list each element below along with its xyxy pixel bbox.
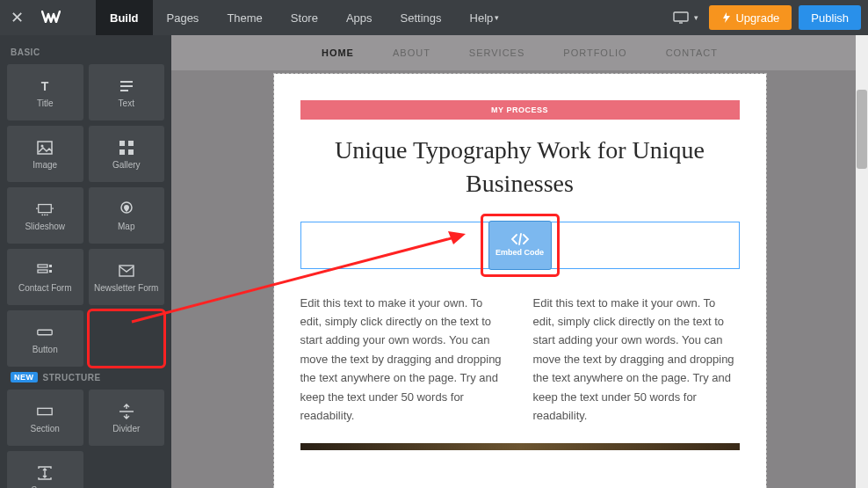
scrollbar-thumb[interactable]: [857, 90, 867, 169]
new-badge: NEW: [11, 372, 38, 382]
svg-point-16: [44, 214, 46, 215]
lightning-icon: [721, 12, 732, 23]
tile-newsletter-form[interactable]: Newsletter Form: [89, 249, 165, 305]
svg-rect-12: [39, 204, 52, 212]
process-pill[interactable]: MY PROCESS: [300, 100, 740, 120]
sidebar-section-basic: BASIC: [7, 42, 164, 64]
newsletter-icon: [118, 262, 135, 280]
tile-title[interactable]: T Title: [7, 64, 83, 120]
svg-rect-23: [119, 266, 134, 276]
topbar-tabs: Build Pages Theme Store Apps Settings He…: [96, 0, 513, 35]
upgrade-button[interactable]: Upgrade: [709, 5, 792, 30]
svg-rect-22: [49, 270, 52, 273]
tile-spacer[interactable]: Spacer: [7, 451, 83, 488]
svg-point-13: [36, 208, 38, 209]
device-preview-button[interactable]: ▾: [662, 11, 709, 24]
svg-point-15: [42, 214, 44, 215]
close-icon[interactable]: ✕: [11, 8, 24, 27]
tile-divider[interactable]: Divider: [89, 390, 165, 446]
tab-theme[interactable]: Theme: [213, 0, 276, 35]
text-icon: [118, 77, 135, 95]
tile-image[interactable]: Image: [7, 126, 83, 182]
svg-rect-25: [38, 408, 52, 414]
drop-zone[interactable]: Embed Code: [300, 222, 740, 269]
svg-rect-19: [38, 265, 47, 267]
tile-embed-code-source[interactable]: [89, 310, 165, 367]
svg-rect-9: [128, 141, 134, 146]
text-column-2[interactable]: Edit this text to make it your own. To e…: [533, 294, 740, 426]
tile-section[interactable]: Section: [7, 390, 83, 446]
topbar: ✕ Build Pages Theme Store Apps Settings …: [0, 0, 868, 35]
svg-rect-24: [38, 330, 52, 334]
map-icon: [118, 200, 135, 218]
tile-map[interactable]: Map: [89, 187, 165, 244]
tab-store[interactable]: Store: [277, 0, 332, 35]
site-nav: HOME ABOUT SERVICES PORTFOLIO CONTACT: [171, 35, 868, 70]
tile-text[interactable]: Text: [89, 64, 165, 120]
nav-home[interactable]: HOME: [322, 47, 354, 58]
tab-build[interactable]: Build: [96, 0, 153, 35]
publish-button[interactable]: Publish: [799, 5, 861, 30]
image-icon: [36, 139, 54, 157]
scrollbar-track[interactable]: [856, 35, 868, 488]
embed-code-tile[interactable]: Embed Code: [488, 221, 552, 270]
slideshow-icon: [36, 200, 54, 218]
tile-contact-form[interactable]: Contact Form: [7, 249, 83, 305]
sidebar-section-structure: NEW STRUCTURE: [7, 367, 164, 390]
code-icon: [510, 233, 530, 245]
canvas: HOME ABOUT SERVICES PORTFOLIO CONTACT MY…: [171, 35, 868, 488]
tab-settings[interactable]: Settings: [387, 0, 456, 35]
svg-point-14: [52, 208, 54, 209]
svg-rect-10: [119, 149, 125, 155]
tile-slideshow[interactable]: Slideshow: [7, 187, 83, 244]
title-icon: T: [36, 77, 54, 95]
tile-button[interactable]: Button: [7, 310, 83, 367]
nav-contact[interactable]: CONTACT: [666, 47, 718, 58]
nav-services[interactable]: SERVICES: [469, 47, 524, 58]
svg-rect-8: [119, 141, 125, 146]
button-icon: [36, 324, 54, 341]
chevron-down-icon: ▾: [495, 13, 499, 22]
svg-text:T: T: [41, 79, 49, 93]
svg-rect-6: [38, 142, 52, 154]
chevron-down-icon: ▾: [694, 13, 698, 22]
gallery-icon: [118, 139, 135, 157]
svg-point-17: [47, 214, 48, 215]
weebly-logo[interactable]: [41, 9, 61, 27]
svg-rect-20: [49, 265, 52, 267]
tile-gallery[interactable]: Gallery: [89, 126, 165, 182]
contact-form-icon: [36, 262, 54, 280]
tab-apps[interactable]: Apps: [332, 0, 387, 35]
elements-sidebar: BASIC T Title Text Image Gallery Slidesh…: [0, 35, 171, 488]
image-block[interactable]: [300, 443, 740, 450]
spacer-icon: [36, 464, 54, 482]
text-column-1[interactable]: Edit this text to make it your own. To e…: [300, 294, 507, 426]
divider-icon: [118, 403, 135, 420]
svg-rect-21: [38, 270, 47, 273]
tab-help[interactable]: Help▾: [456, 0, 514, 35]
nav-about[interactable]: ABOUT: [393, 47, 430, 58]
tab-pages[interactable]: Pages: [153, 0, 213, 35]
section-icon: [36, 403, 54, 420]
page-heading[interactable]: Unique Typography Work for Unique Busine…: [300, 134, 740, 200]
svg-rect-0: [674, 12, 688, 21]
svg-rect-11: [128, 149, 134, 155]
page-content[interactable]: MY PROCESS Unique Typography Work for Un…: [274, 74, 766, 488]
nav-portfolio[interactable]: PORTFOLIO: [563, 47, 626, 58]
